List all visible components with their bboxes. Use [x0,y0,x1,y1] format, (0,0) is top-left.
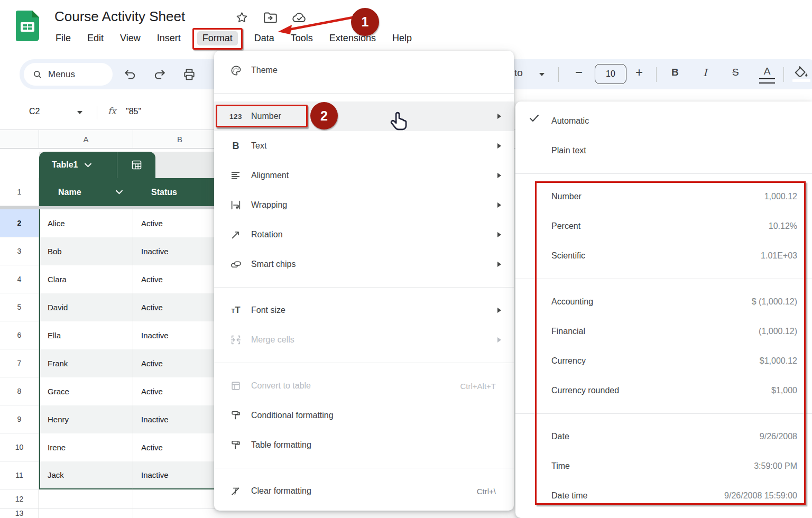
text-color-button[interactable]: A [759,66,775,84]
star-button[interactable] [235,11,248,24]
table-row[interactable]: 2 Alice Active [0,209,227,237]
name-box[interactable]: C2 [29,107,40,116]
empty-cell[interactable] [39,489,133,509]
row-header-5[interactable]: 5 [0,293,39,321]
row-header-6[interactable]: 6 [0,321,39,349]
row-header-12[interactable]: 12 [0,489,39,509]
submenu-item-currency-rounded[interactable]: Currency rounded $1,000 [515,376,812,405]
row-header-2[interactable]: 2 [0,209,39,237]
submenu-item-scientific[interactable]: Scientific 1.01E+03 [515,241,812,271]
cell-name[interactable]: Clara [39,265,133,293]
font-size-input[interactable]: 10 [595,64,626,84]
table-row[interactable]: 9 Henry Inactive [0,405,227,433]
formula-input[interactable]: "85" [126,107,141,116]
table-row[interactable]: 5 David Active [0,293,227,321]
menu-item-clear-formatting[interactable]: Clear formatting Ctrl+\ [214,476,514,506]
cell-status[interactable]: Inactive [133,405,227,433]
cell-name[interactable]: David [39,293,133,321]
sheets-logo-icon[interactable] [16,11,39,41]
cell-status[interactable]: Active [133,265,227,293]
table-row[interactable]: 3 Bob Inactive [0,237,227,265]
column-header-b[interactable]: B [133,130,227,148]
cell-name[interactable]: Alice [39,209,133,237]
cell-name[interactable]: Jack [39,461,133,489]
menu-item-rotation[interactable]: Rotation [214,220,514,249]
menu-item-convert-to-table[interactable]: Convert to table Ctrl+Alt+T [214,371,514,401]
cell-status[interactable]: Active [133,209,227,237]
menu-item-merge-cells[interactable]: Merge cells [214,325,514,355]
cell-name[interactable]: Ella [39,321,133,349]
cell-status[interactable]: Inactive [133,321,227,349]
cell-name[interactable]: Henry [39,405,133,433]
decrease-font-size-button[interactable]: − [575,65,583,80]
menu-insert[interactable]: Insert [156,32,182,45]
menu-item-alignment[interactable]: Alignment [214,161,514,190]
menu-help[interactable]: Help [391,32,413,45]
row-header-7[interactable]: 7 [0,349,39,377]
document-title[interactable]: Course Activity Sheet [54,8,185,25]
menu-item-font-size[interactable]: TT Font size [214,295,514,325]
table-column-status[interactable]: Status [133,178,227,206]
menu-item-number[interactable]: 123 Number 2 [214,101,514,131]
cell-name[interactable]: Irene [39,433,133,461]
chevron-down-icon[interactable] [116,190,123,195]
row-header-3[interactable]: 3 [0,237,39,265]
table-row[interactable]: 6 Ella Inactive [0,321,227,349]
bold-button[interactable]: B [671,67,679,78]
print-button[interactable] [182,68,196,81]
submenu-item-date[interactable]: Date 9/26/2008 [515,422,812,451]
menu-item-table-formatting[interactable]: Table formatting [214,430,514,460]
menu-format[interactable]: Format [196,30,239,47]
submenu-item-accounting[interactable]: Accounting $ (1,000.12) [515,287,812,317]
row-header-4[interactable]: 4 [0,265,39,293]
cell-name[interactable]: Grace [39,377,133,405]
menu-view[interactable]: View [119,32,142,45]
menu-data[interactable]: Data [253,32,275,45]
row-header-8[interactable]: 8 [0,377,39,405]
italic-button[interactable]: I [703,67,707,78]
font-family-caret-icon[interactable] [539,73,545,76]
undo-button[interactable] [123,68,137,81]
cell-status[interactable]: Active [133,433,227,461]
increase-font-size-button[interactable]: + [635,65,643,80]
cell-status[interactable]: Active [133,377,227,405]
submenu-item-financial[interactable]: Financial (1,000.12) [515,317,812,346]
cell-name[interactable]: Bob [39,237,133,265]
empty-cell[interactable] [133,489,227,509]
table-column-name[interactable]: Name [39,178,133,206]
name-box-caret-icon[interactable] [77,111,82,114]
cell-status[interactable]: Active [133,293,227,321]
table-options-button[interactable] [117,152,155,178]
submenu-item-plain-text[interactable]: Plain text [515,136,812,165]
strikethrough-button[interactable]: S [732,67,739,78]
column-header-a[interactable]: A [39,130,133,148]
search-menus-button[interactable]: Menus [24,63,113,86]
submenu-item-number[interactable]: Number 1,000.12 [515,182,812,211]
corner-cell[interactable] [0,130,39,148]
submenu-item-time[interactable]: Time 3:59:00 PM [515,451,812,481]
submenu-item-percent[interactable]: Percent 10.12% [515,211,812,241]
table-row[interactable]: 10 Irene Active [0,433,227,461]
menu-item-theme[interactable]: Theme [214,56,514,85]
empty-cell[interactable] [133,509,227,518]
table-row[interactable]: 7 Frank Active [0,349,227,377]
menu-edit[interactable]: Edit [86,32,105,45]
fill-color-button[interactable] [792,66,810,82]
row-header-13[interactable]: 13 [0,509,39,518]
menu-item-smart-chips[interactable]: Smart chips [214,249,514,279]
table-row[interactable]: 4 Clara Active [0,265,227,293]
table-name-dropdown[interactable]: Table1 [39,152,117,178]
menu-item-wrapping[interactable]: Wrapping [214,190,514,220]
menu-file[interactable]: File [54,32,72,45]
menu-item-conditional-formatting[interactable]: Conditional formatting [214,401,514,430]
row-header-9[interactable]: 9 [0,405,39,433]
row-header-1[interactable]: 1 [0,178,39,206]
cell-status[interactable]: Inactive [133,237,227,265]
table-chip[interactable]: Table1 [39,152,155,178]
empty-cell[interactable] [39,509,133,518]
cell-status[interactable]: Inactive [133,461,227,489]
redo-button[interactable] [153,68,167,81]
submenu-item-automatic[interactable]: Automatic [515,106,812,136]
font-family-select[interactable]: to [514,67,523,79]
cell-status[interactable]: Active [133,349,227,377]
